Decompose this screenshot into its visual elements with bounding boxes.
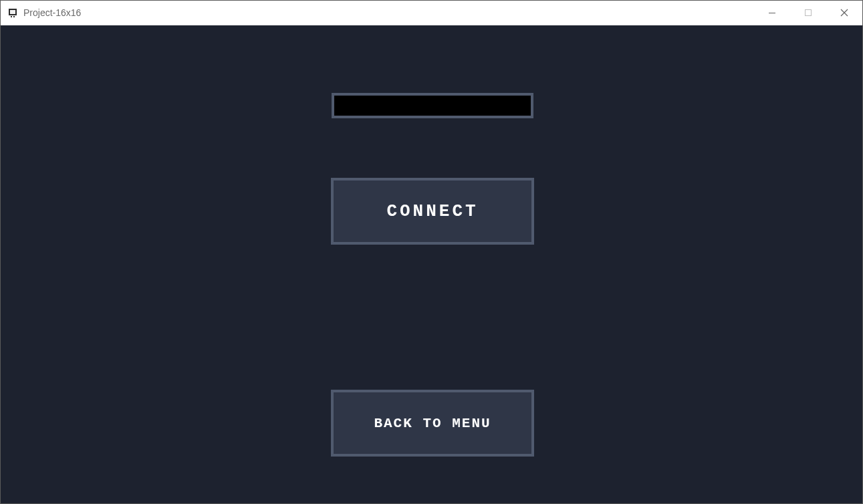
window-controls [754,1,862,25]
connect-button[interactable]: CONNECT [331,178,534,245]
svg-rect-1 [10,10,15,14]
game-client-area: CONNECT BACK TO MENU [1,25,862,503]
window-title: Project-16x16 [23,7,81,18]
close-button[interactable] [826,1,862,25]
svg-rect-2 [11,16,12,17]
server-address-input[interactable] [332,93,533,118]
svg-rect-5 [806,10,812,16]
app-icon [7,7,18,18]
svg-rect-3 [13,16,15,17]
svg-rect-4 [769,13,775,13]
maximize-button[interactable] [790,1,826,25]
connect-button-label: CONNECT [386,201,478,221]
titlebar-left: Project-16x16 [1,7,81,18]
back-button-label: BACK TO MENU [374,416,491,431]
back-to-menu-button[interactable]: BACK TO MENU [331,390,534,457]
app-window: Project-16x16 CONNECT BACK TO MENU [0,0,863,504]
minimize-button[interactable] [754,1,790,25]
titlebar: Project-16x16 [1,1,862,25]
